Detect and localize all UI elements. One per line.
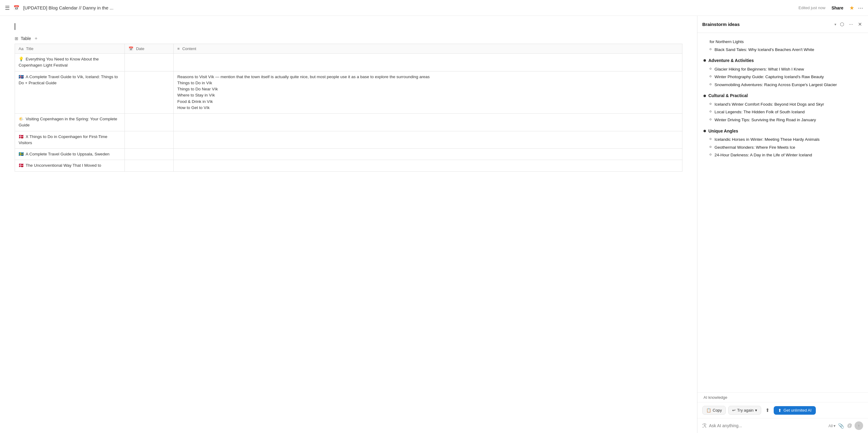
topbar-right: Edited just now Share ★ ··· — [798, 4, 863, 11]
ai-input-right: All ▾ 📎 @ ↑ — [828, 422, 863, 430]
th-date-icon: 📅 — [128, 47, 133, 51]
all-chevron-icon: ▾ — [834, 424, 836, 428]
row-4-date[interactable] — [125, 149, 174, 160]
try-again-button[interactable]: ↩ Try again ▾ — [728, 406, 761, 415]
cursor — [14, 23, 682, 36]
ai-intro-line: for Northern Lights — [704, 38, 862, 46]
row-1-content[interactable]: Reasons to Visit Vík — mention that the … — [174, 71, 682, 114]
try-again-label: Try again — [737, 408, 753, 412]
unlimited-label: Get unlimited AI — [783, 408, 811, 412]
row-4-content[interactable] — [174, 149, 682, 160]
row-3-date[interactable] — [125, 131, 174, 149]
ai-more-button[interactable]: ··· — [848, 21, 854, 28]
table-row: 🇩🇰The Unconventional Way That I Moved to — [15, 160, 682, 171]
ai-item-text: Icelandic Horses in Winter: Meeting Thes… — [714, 136, 819, 143]
try-again-icon: ↩ — [732, 408, 736, 412]
table-header-row: Aa Title 📅 Date ≡ Content — [15, 44, 682, 54]
ai-knowledge-label: AI knowledge — [704, 395, 727, 400]
ai-item-2-1: Geothermal Wonders: Where Fire Meets Ice — [704, 144, 862, 151]
ai-ask-input[interactable] — [709, 423, 826, 428]
ai-item-0-1: Winter Photography Guide: Capturing Icel… — [704, 73, 862, 81]
circle-dot-icon — [710, 103, 711, 105]
row-1-date[interactable] — [125, 71, 174, 114]
row-5-date[interactable] — [125, 160, 174, 171]
mention-button[interactable]: @ — [847, 422, 853, 429]
ai-item-text: Winter Photography Guide: Capturing Icel… — [714, 74, 824, 80]
star-icon[interactable]: ★ — [849, 5, 854, 11]
unlimited-ai-button[interactable]: ⬆ Get unlimited AI — [774, 406, 816, 415]
unlimited-icon: ⬆ — [778, 408, 782, 413]
row-0-content[interactable] — [174, 54, 682, 71]
copy-icon: 📋 — [706, 408, 711, 412]
ai-item-1-0: Iceland's Winter Comfort Foods: Beyond H… — [704, 100, 862, 108]
row-5-title[interactable]: 🇩🇰The Unconventional Way That I Moved to — [15, 160, 125, 171]
ai-item-text: Winter Driving Tips: Surviving the Ring … — [714, 117, 816, 123]
circle-dot-icon — [710, 118, 711, 120]
row-0-title[interactable]: 💡Everything You Need to Know About the C… — [15, 54, 125, 71]
th-content-label: Content — [182, 47, 196, 51]
add-column-button[interactable]: + — [33, 36, 38, 41]
ai-item-2-2: 24-Hour Darkness: A Day in the Life of W… — [704, 151, 862, 159]
row-3-content[interactable] — [174, 131, 682, 149]
ai-close-button[interactable]: ✕ — [857, 20, 863, 28]
ai-item-text: Glacier Hiking for Beginners: What I Wis… — [714, 66, 804, 73]
send-button[interactable]: ↑ — [855, 422, 863, 430]
ai-item-text: Geothermal Wonders: Where Fire Meets Ice — [714, 144, 795, 151]
section-title-text: Unique Angles — [708, 127, 738, 134]
circle-dot-icon — [710, 76, 711, 77]
row-icon: 🇩🇰 — [19, 134, 24, 139]
share-button[interactable]: Share — [829, 4, 846, 11]
ai-item-text: Snowmobiling Adventures: Racing Across E… — [714, 82, 837, 88]
topbar-left: ☰ 📅 [UPDATED] Blog Calendar // Danny in … — [5, 5, 114, 11]
table-row: 🇩🇰X Things to Do in Copenhagen for First… — [15, 131, 682, 149]
bullet-icon — [704, 95, 706, 97]
ai-chevron-icon[interactable]: ▾ — [834, 22, 836, 27]
ai-item-text: Local Legends: The Hidden Folk of South … — [714, 109, 805, 115]
ai-panel: Brainstorm ideas ▾ ⬡ ··· ✕ for Northern … — [697, 16, 868, 433]
ai-scope-dropdown[interactable]: All ▾ — [828, 424, 835, 428]
ai-input-bar: ℛ All ▾ 📎 @ ↑ — [698, 418, 868, 433]
row-5-content[interactable] — [174, 160, 682, 171]
main-layout: ⊞ Table + Aa Title 📅 Date ≡ Conte — [0, 16, 868, 433]
ai-open-button[interactable]: ⬡ — [839, 20, 845, 28]
table-body: 💡Everything You Need to Know About the C… — [15, 54, 682, 172]
data-table: Aa Title 📅 Date ≡ Content 💡Everything Yo… — [14, 44, 682, 172]
row-4-title[interactable]: 🇸🇪A Complete Travel Guide to Uppsala, Sw… — [15, 149, 125, 160]
ai-intro-text: for Northern Lights — [710, 38, 744, 45]
row-icon: 🇮🇸 — [19, 75, 24, 79]
row-2-date[interactable] — [125, 114, 174, 131]
circle-dot-icon — [710, 138, 711, 140]
copy-label: Copy — [713, 408, 722, 412]
circle-dot-icon — [710, 146, 711, 148]
attachment-button[interactable]: 📎 — [837, 422, 845, 429]
copy-button[interactable]: 📋 Copy — [702, 406, 726, 415]
edited-label: Edited just now — [798, 5, 825, 10]
ai-item-2-0: Icelandic Horses in Winter: Meeting Thes… — [704, 136, 862, 144]
th-content-icon: ≡ — [177, 47, 180, 51]
ai-section-title-1: Cultural & Practical — [704, 92, 862, 99]
row-1-title[interactable]: 🇮🇸A Complete Travel Guide to Vík, Icelan… — [15, 71, 125, 114]
circle-dot-icon — [710, 111, 711, 112]
table-row: 🌤️Visiting Copenhagen in the Spring: You… — [15, 114, 682, 131]
row-2-content[interactable] — [174, 114, 682, 131]
row-icon: 🇩🇰 — [19, 163, 24, 168]
circle-dot-icon — [710, 83, 711, 85]
ai-section-1: Cultural & PracticalIceland's Winter Com… — [704, 92, 862, 124]
doc-area: ⊞ Table + Aa Title 📅 Date ≡ Conte — [0, 16, 697, 433]
menu-button[interactable]: ☰ — [5, 5, 10, 11]
bullet-icon — [704, 130, 706, 132]
ai-section-2: Unique AnglesIcelandic Horses in Winter:… — [704, 127, 862, 159]
th-content: ≡ Content — [174, 44, 682, 54]
ai-item-text: 24-Hour Darkness: A Day in the Life of W… — [714, 152, 812, 158]
table-row: 🇮🇸A Complete Travel Guide to Vík, Icelan… — [15, 71, 682, 114]
more-options-button[interactable]: ··· — [858, 4, 863, 11]
th-title-label: Title — [26, 47, 33, 51]
circle-dot-icon — [710, 68, 711, 69]
try-again-chevron-icon: ▾ — [755, 408, 757, 412]
row-3-title[interactable]: 🇩🇰X Things to Do in Copenhagen for First… — [15, 131, 125, 149]
ai-actions: 📋 Copy ↩ Try again ▾ ⬆ ⬆ Get unlimited A… — [698, 402, 868, 418]
bullet-icon — [704, 59, 706, 62]
row-0-date[interactable] — [125, 54, 174, 71]
share-action-button[interactable]: ⬆ — [764, 406, 771, 415]
row-2-title[interactable]: 🌤️Visiting Copenhagen in the Spring: You… — [15, 114, 125, 131]
